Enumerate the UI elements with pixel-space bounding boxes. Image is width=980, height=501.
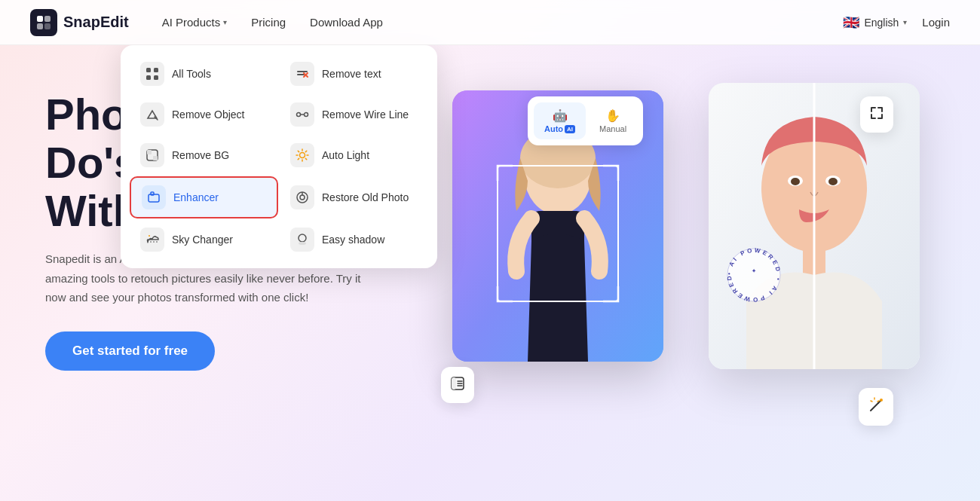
svg-line-59 [871, 401, 872, 402]
flag-icon: 🇬🇧 [843, 14, 859, 31]
language-selector[interactable]: 🇬🇧 English ▾ [843, 14, 907, 31]
menu-item-auto-light[interactable]: Auto Light [280, 136, 428, 175]
svg-rect-9 [297, 74, 305, 75]
svg-point-47 [828, 178, 838, 185]
svg-rect-3 [44, 23, 51, 29]
menu-item-remove-text[interactable]: Remove text [280, 54, 428, 93]
get-started-button[interactable]: Get started for free [45, 331, 215, 371]
svg-rect-2 [37, 23, 43, 29]
restore-old-photo-icon [290, 185, 314, 209]
svg-rect-8 [297, 71, 308, 72]
remove-text-icon [290, 62, 314, 86]
svg-line-26 [305, 151, 306, 151]
manual-button[interactable]: ✋ Manual [589, 102, 637, 139]
chevron-down-icon: ▾ [223, 18, 227, 26]
nav-items: AI Products ▾ Pricing Download App [152, 10, 844, 35]
nav-item-pricing[interactable]: Pricing [240, 10, 296, 35]
svg-point-34 [149, 235, 150, 237]
svg-point-46 [791, 178, 800, 185]
menu-item-enhancer[interactable]: Enhancer [130, 176, 278, 218]
menu-item-remove-object[interactable]: Remove Object [130, 95, 278, 134]
logo[interactable]: SnapEdit [30, 9, 129, 36]
menu-item-remove-bg[interactable]: Remove BG [130, 136, 278, 175]
menu-item-easy-shadow[interactable]: Easy shadow [280, 220, 428, 259]
auto-light-icon [290, 143, 314, 167]
svg-rect-4 [146, 68, 151, 72]
nav-item-ai-products[interactable]: AI Products ▾ [152, 10, 238, 35]
svg-rect-1 [44, 16, 51, 22]
easy-shadow-icon [290, 228, 314, 252]
svg-line-25 [305, 158, 306, 159]
nav-item-download-app[interactable]: Download App [299, 10, 394, 35]
expand-button-card[interactable] [860, 96, 893, 133]
svg-line-58 [877, 401, 879, 402]
svg-point-14 [305, 113, 308, 117]
svg-point-56 [880, 399, 883, 402]
menu-item-sky-changer[interactable]: Sky Changer [130, 220, 278, 259]
svg-rect-7 [154, 75, 158, 80]
remove-object-icon [140, 102, 164, 127]
dropdown-menu: All Tools Remove text Remove Object [121, 45, 437, 268]
svg-rect-28 [149, 194, 159, 202]
sidebar-toggle-card[interactable] [441, 367, 474, 403]
logo-icon [30, 9, 57, 36]
menu-item-remove-wire-line[interactable]: Remove Wire Line [280, 95, 428, 134]
all-tools-icon [140, 62, 164, 86]
svg-text:✦: ✦ [752, 268, 756, 273]
svg-line-27 [298, 158, 299, 159]
navbar: SnapEdit AI Products ▾ Pricing Download … [0, 0, 980, 45]
ai-powered-badge: • AI POWERED • AI POWERED • ✦ [720, 241, 788, 312]
sky-changer-icon [140, 228, 164, 252]
remove-bg-icon [140, 143, 164, 167]
svg-rect-17 [147, 150, 152, 154]
svg-rect-6 [146, 75, 151, 80]
language-label: English [864, 17, 899, 29]
svg-point-32 [300, 195, 305, 200]
enhancer-icon [142, 185, 166, 209]
svg-line-55 [871, 403, 878, 411]
remove-wire-line-icon [290, 102, 314, 127]
logo-text: SnapEdit [63, 14, 129, 31]
language-chevron-icon: ▾ [903, 18, 907, 26]
auto-button[interactable]: 🤖 Auto AI [534, 102, 586, 139]
svg-point-19 [300, 153, 305, 158]
svg-point-13 [297, 113, 301, 117]
svg-rect-18 [153, 156, 158, 160]
nav-right: 🇬🇧 English ▾ Login [843, 14, 950, 31]
menu-item-all-tools[interactable]: All Tools [130, 54, 278, 93]
auto-manual-card: 🤖 Auto AI ✋ Manual [528, 96, 643, 145]
svg-rect-51 [452, 377, 456, 389]
hero-right: 🤖 Auto AI ✋ Manual [437, 75, 935, 501]
svg-point-35 [299, 234, 306, 242]
magic-wand-card[interactable] [859, 388, 893, 426]
login-button[interactable]: Login [922, 16, 950, 29]
svg-rect-0 [37, 16, 43, 22]
svg-rect-29 [151, 192, 154, 195]
menu-item-restore-old-photo[interactable]: Restore Old Photo [280, 176, 428, 218]
svg-point-36 [299, 242, 306, 245]
svg-rect-5 [154, 68, 158, 72]
svg-line-24 [298, 151, 299, 151]
